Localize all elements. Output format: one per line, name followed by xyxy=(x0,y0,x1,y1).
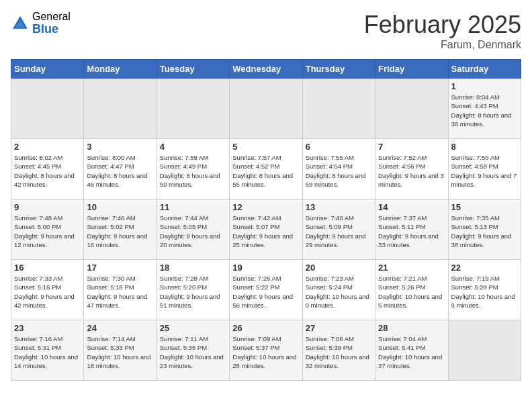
day-number: 21 xyxy=(378,263,445,273)
logo: General Blue xyxy=(11,11,71,36)
day-info: Sunrise: 7:55 AM Sunset: 4:54 PM Dayligh… xyxy=(306,153,372,189)
calendar-cell: 23Sunrise: 7:16 AM Sunset: 5:31 PM Dayli… xyxy=(11,320,84,381)
calendar-cell: 17Sunrise: 7:30 AM Sunset: 5:18 PM Dayli… xyxy=(84,260,157,320)
day-number: 26 xyxy=(232,323,299,333)
calendar-cell: 10Sunrise: 7:46 AM Sunset: 5:02 PM Dayli… xyxy=(84,199,157,260)
day-number: 13 xyxy=(306,202,372,212)
calendar-cell: 18Sunrise: 7:28 AM Sunset: 5:20 PM Dayli… xyxy=(157,260,229,320)
day-number: 14 xyxy=(378,202,445,212)
day-number: 11 xyxy=(160,202,226,212)
day-info: Sunrise: 7:33 AM Sunset: 5:16 PM Dayligh… xyxy=(14,274,81,310)
day-info: Sunrise: 7:06 AM Sunset: 5:39 PM Dayligh… xyxy=(306,334,372,370)
weekday-header-sunday: Sunday xyxy=(11,60,84,79)
day-number: 6 xyxy=(306,142,372,152)
day-info: Sunrise: 7:48 AM Sunset: 5:00 PM Dayligh… xyxy=(14,214,81,249)
title-block: February 2025 Farum, Denmark xyxy=(364,11,521,51)
day-info: Sunrise: 7:52 AM Sunset: 4:56 PM Dayligh… xyxy=(378,153,445,189)
day-number: 4 xyxy=(160,142,226,152)
day-info: Sunrise: 7:19 AM Sunset: 5:28 PM Dayligh… xyxy=(451,274,518,310)
day-number: 18 xyxy=(160,263,226,273)
day-number: 5 xyxy=(232,142,299,152)
week-row-5: 23Sunrise: 7:16 AM Sunset: 5:31 PM Dayli… xyxy=(11,320,521,381)
week-row-2: 2Sunrise: 8:02 AM Sunset: 4:45 PM Daylig… xyxy=(11,139,521,199)
calendar-cell: 7Sunrise: 7:52 AM Sunset: 4:56 PM Daylig… xyxy=(375,139,448,199)
calendar-cell: 2Sunrise: 8:02 AM Sunset: 4:45 PM Daylig… xyxy=(11,139,84,199)
day-info: Sunrise: 7:28 AM Sunset: 5:20 PM Dayligh… xyxy=(160,274,226,310)
day-number: 10 xyxy=(87,202,153,212)
logo-blue: Blue xyxy=(32,23,71,36)
weekday-header-tuesday: Tuesday xyxy=(157,60,229,79)
calendar-title: February 2025 xyxy=(364,11,521,39)
day-number: 3 xyxy=(87,142,153,152)
calendar-cell: 16Sunrise: 7:33 AM Sunset: 5:16 PM Dayli… xyxy=(11,260,84,320)
day-info: Sunrise: 7:16 AM Sunset: 5:31 PM Dayligh… xyxy=(14,334,81,370)
day-number: 15 xyxy=(451,202,518,212)
day-info: Sunrise: 7:44 AM Sunset: 5:05 PM Dayligh… xyxy=(160,214,226,249)
day-info: Sunrise: 8:00 AM Sunset: 4:47 PM Dayligh… xyxy=(87,153,153,189)
day-number: 9 xyxy=(14,202,81,212)
calendar-cell xyxy=(11,79,84,139)
calendar-cell: 14Sunrise: 7:37 AM Sunset: 5:11 PM Dayli… xyxy=(375,199,448,260)
logo-text: General Blue xyxy=(32,11,71,36)
calendar-cell: 24Sunrise: 7:14 AM Sunset: 5:33 PM Dayli… xyxy=(84,320,157,381)
calendar-cell xyxy=(84,79,157,139)
day-number: 7 xyxy=(378,142,445,152)
calendar-cell: 11Sunrise: 7:44 AM Sunset: 5:05 PM Dayli… xyxy=(157,199,229,260)
calendar-table: SundayMondayTuesdayWednesdayThursdayFrid… xyxy=(11,59,521,381)
calendar-cell: 13Sunrise: 7:40 AM Sunset: 5:09 PM Dayli… xyxy=(302,199,375,260)
day-info: Sunrise: 7:14 AM Sunset: 5:33 PM Dayligh… xyxy=(87,334,153,370)
calendar-cell: 15Sunrise: 7:35 AM Sunset: 5:13 PM Dayli… xyxy=(448,199,521,260)
calendar-cell: 20Sunrise: 7:23 AM Sunset: 5:24 PM Dayli… xyxy=(302,260,375,320)
weekday-header-thursday: Thursday xyxy=(302,60,375,79)
page-header: General Blue February 2025 Farum, Denmar… xyxy=(11,11,521,51)
day-info: Sunrise: 7:42 AM Sunset: 5:07 PM Dayligh… xyxy=(232,214,299,249)
weekday-header-friday: Friday xyxy=(375,60,448,79)
day-number: 17 xyxy=(87,263,153,273)
day-info: Sunrise: 7:46 AM Sunset: 5:02 PM Dayligh… xyxy=(87,214,153,249)
calendar-cell xyxy=(157,79,229,139)
day-number: 8 xyxy=(451,142,518,152)
day-number: 22 xyxy=(451,263,518,273)
calendar-cell: 28Sunrise: 7:04 AM Sunset: 5:41 PM Dayli… xyxy=(375,320,448,381)
day-info: Sunrise: 7:23 AM Sunset: 5:24 PM Dayligh… xyxy=(306,274,372,310)
weekday-header-monday: Monday xyxy=(84,60,157,79)
day-number: 12 xyxy=(232,202,299,212)
logo-icon xyxy=(11,14,30,33)
day-info: Sunrise: 7:26 AM Sunset: 5:22 PM Dayligh… xyxy=(232,274,299,310)
calendar-cell xyxy=(375,79,448,139)
week-row-1: 1Sunrise: 8:04 AM Sunset: 4:43 PM Daylig… xyxy=(11,79,521,139)
week-row-3: 9Sunrise: 7:48 AM Sunset: 5:00 PM Daylig… xyxy=(11,199,521,260)
day-number: 2 xyxy=(14,142,81,152)
day-info: Sunrise: 7:30 AM Sunset: 5:18 PM Dayligh… xyxy=(87,274,153,310)
calendar-cell xyxy=(230,79,302,139)
day-number: 24 xyxy=(87,323,153,333)
weekday-header-saturday: Saturday xyxy=(448,60,521,79)
calendar-cell: 12Sunrise: 7:42 AM Sunset: 5:07 PM Dayli… xyxy=(230,199,302,260)
calendar-cell xyxy=(302,79,375,139)
calendar-cell: 22Sunrise: 7:19 AM Sunset: 5:28 PM Dayli… xyxy=(448,260,521,320)
weekday-header-row: SundayMondayTuesdayWednesdayThursdayFrid… xyxy=(11,60,521,79)
day-info: Sunrise: 7:04 AM Sunset: 5:41 PM Dayligh… xyxy=(378,334,445,370)
day-number: 25 xyxy=(160,323,226,333)
day-info: Sunrise: 8:04 AM Sunset: 4:43 PM Dayligh… xyxy=(451,93,518,128)
calendar-cell: 26Sunrise: 7:09 AM Sunset: 5:37 PM Dayli… xyxy=(230,320,302,381)
week-row-4: 16Sunrise: 7:33 AM Sunset: 5:16 PM Dayli… xyxy=(11,260,521,320)
day-number: 19 xyxy=(232,263,299,273)
calendar-cell: 9Sunrise: 7:48 AM Sunset: 5:00 PM Daylig… xyxy=(11,199,84,260)
day-info: Sunrise: 7:21 AM Sunset: 5:26 PM Dayligh… xyxy=(378,274,445,310)
day-info: Sunrise: 7:57 AM Sunset: 4:52 PM Dayligh… xyxy=(232,153,299,189)
day-number: 27 xyxy=(306,323,372,333)
day-info: Sunrise: 7:37 AM Sunset: 5:11 PM Dayligh… xyxy=(378,214,445,249)
calendar-cell: 25Sunrise: 7:11 AM Sunset: 5:35 PM Dayli… xyxy=(157,320,229,381)
day-info: Sunrise: 7:40 AM Sunset: 5:09 PM Dayligh… xyxy=(306,214,372,249)
day-number: 16 xyxy=(14,263,81,273)
calendar-subtitle: Farum, Denmark xyxy=(364,39,521,51)
day-info: Sunrise: 7:35 AM Sunset: 5:13 PM Dayligh… xyxy=(451,214,518,249)
calendar-cell: 4Sunrise: 7:59 AM Sunset: 4:49 PM Daylig… xyxy=(157,139,229,199)
calendar-cell: 8Sunrise: 7:50 AM Sunset: 4:58 PM Daylig… xyxy=(448,139,521,199)
day-number: 20 xyxy=(306,263,372,273)
calendar-cell: 5Sunrise: 7:57 AM Sunset: 4:52 PM Daylig… xyxy=(230,139,302,199)
day-info: Sunrise: 7:11 AM Sunset: 5:35 PM Dayligh… xyxy=(160,334,226,370)
day-number: 23 xyxy=(14,323,81,333)
day-number: 28 xyxy=(378,323,445,333)
